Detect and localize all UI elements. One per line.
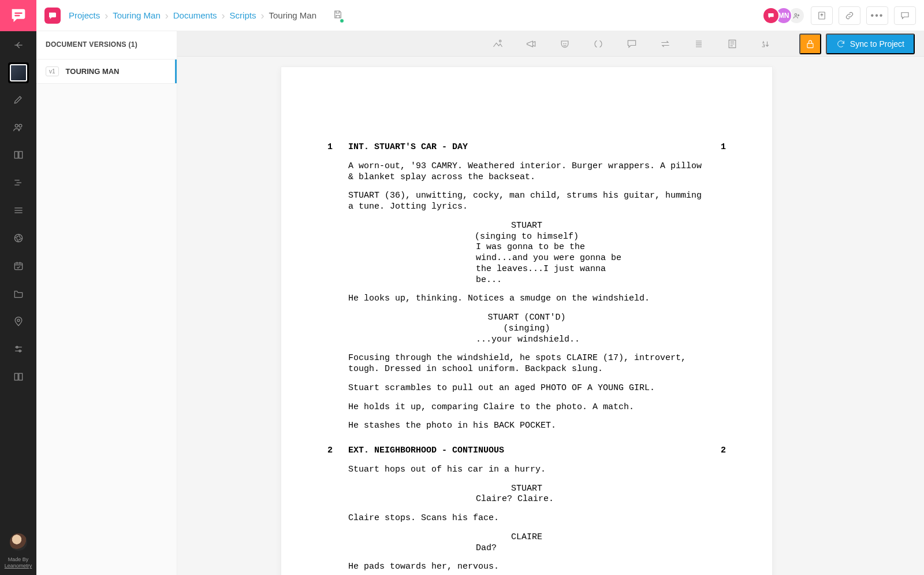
- dialogue-block[interactable]: Claire? Claire.: [423, 494, 631, 505]
- dialogue-block[interactable]: ...your windshield..: [423, 335, 631, 346]
- speech-icon[interactable]: [626, 38, 638, 50]
- svg-point-4: [14, 234, 22, 242]
- user-avatar[interactable]: [10, 533, 27, 551]
- app-logo[interactable]: [0, 0, 36, 31]
- crumb-documents[interactable]: Documents: [173, 10, 217, 20]
- scene-heading[interactable]: EXT. NEIGHBORHOOD - CONTINUOUS: [348, 446, 705, 457]
- character-cue[interactable]: STUART (CONT'D)(singing): [327, 313, 726, 335]
- crumb-project[interactable]: Touring Man: [113, 10, 161, 20]
- scene-heading[interactable]: INT. STUART'S CAR - DAY: [348, 142, 705, 153]
- saved-indicator-dot: [340, 18, 344, 23]
- action-block[interactable]: Stuart hops out of his car in a hurry.: [348, 465, 706, 476]
- svg-rect-12: [807, 43, 813, 48]
- svg-rect-3: [18, 151, 22, 158]
- scene-number-left: 1: [327, 142, 348, 153]
- dialogue-block[interactable]: I was gonna to be the wind...and you wer…: [423, 242, 631, 285]
- folder-icon[interactable]: [0, 280, 36, 307]
- version-pill: v1: [46, 66, 59, 76]
- dialogue-block[interactable]: Dad?: [423, 543, 631, 554]
- list-icon[interactable]: [0, 196, 36, 224]
- svg-point-11: [499, 40, 501, 42]
- megaphone-icon[interactable]: [526, 38, 537, 50]
- location-icon[interactable]: [0, 307, 36, 335]
- version-item[interactable]: v1 TOURING MAN: [36, 60, 177, 84]
- align-icon[interactable]: [693, 38, 705, 50]
- more-button[interactable]: •••: [866, 6, 888, 25]
- crumb-current: Touring Man: [269, 10, 316, 20]
- versions-header: DOCUMENT VERSIONS (1): [36, 31, 177, 60]
- svg-point-9: [795, 13, 797, 16]
- crumb-scripts[interactable]: Scripts: [230, 10, 256, 20]
- left-rail: Made By Leanometry: [0, 0, 36, 575]
- character-cue[interactable]: STUART(singing to himself): [327, 221, 726, 243]
- svg-rect-2: [14, 151, 18, 158]
- project-badge[interactable]: [44, 8, 61, 24]
- save-status-icon[interactable]: [333, 9, 343, 22]
- editor-toolbar: Sync to Project: [177, 31, 924, 57]
- people-icon[interactable]: [0, 113, 36, 141]
- script-page[interactable]: 1INT. STUART'S CAR - DAY1A worn-out, '93…: [281, 67, 772, 575]
- action-block[interactable]: Stuart scrambles to pull out an aged PHO…: [348, 383, 706, 394]
- note-icon[interactable]: [726, 38, 738, 50]
- flow-icon[interactable]: [0, 169, 36, 196]
- mask-icon[interactable]: [559, 38, 571, 50]
- action-block[interactable]: Claire stops. Scans his face.: [348, 513, 706, 524]
- aperture-icon[interactable]: [0, 224, 36, 252]
- presence-avatars[interactable]: MN: [767, 7, 805, 24]
- scene[interactable]: 2EXT. NEIGHBORHOOD - CONTINUOUS2Stuart h…: [327, 446, 726, 575]
- svg-rect-5: [14, 263, 22, 270]
- back-icon[interactable]: [0, 31, 36, 59]
- scene-number-right: 1: [705, 142, 726, 153]
- renumber-icon[interactable]: [760, 38, 772, 50]
- action-block[interactable]: He looks up, thinking. Notices a smudge …: [348, 294, 706, 305]
- made-by-label: Made By Leanometry: [5, 557, 32, 569]
- svg-point-1: [18, 124, 21, 127]
- version-title: TOURING MAN: [66, 67, 120, 76]
- sliders-icon[interactable]: [0, 335, 36, 363]
- action-block[interactable]: He pads towards her, nervous.: [348, 562, 706, 573]
- action-block[interactable]: A worn-out, '93 CAMRY. Weathered interio…: [348, 161, 706, 183]
- parens-icon[interactable]: [593, 38, 604, 50]
- crumb-projects[interactable]: Projects: [69, 10, 100, 20]
- editor: Sync to Project 1INT. STUART'S CAR - DAY…: [177, 31, 924, 575]
- image-icon[interactable]: [492, 38, 504, 50]
- versions-panel: DOCUMENT VERSIONS (1) v1 TOURING MAN: [36, 31, 177, 575]
- presence-user-1[interactable]: [762, 7, 780, 24]
- project-thumbnail[interactable]: [8, 62, 29, 83]
- book-icon[interactable]: [0, 363, 36, 391]
- action-block[interactable]: He stashes the photo in his BACK POCKET.: [348, 421, 706, 432]
- comments-button[interactable]: [894, 6, 916, 25]
- lock-button[interactable]: [799, 34, 821, 54]
- board-icon[interactable]: [0, 141, 36, 169]
- character-cue[interactable]: CLAIRE: [327, 532, 726, 543]
- action-block[interactable]: He holds it up, comparing Claire to the …: [348, 402, 706, 413]
- sync-button-label: Sync to Project: [850, 39, 904, 49]
- action-block[interactable]: STUART (36), unwitting, cocky, man child…: [348, 191, 706, 213]
- breadcrumb: Projects› Touring Man› Documents› Script…: [69, 10, 316, 21]
- top-bar: Projects› Touring Man› Documents› Script…: [36, 0, 924, 31]
- svg-point-6: [17, 319, 19, 321]
- link-button[interactable]: [839, 6, 860, 25]
- character-cue[interactable]: STUART: [327, 484, 726, 495]
- sync-button[interactable]: Sync to Project: [826, 34, 915, 54]
- action-block[interactable]: Focusing through the windshield, he spot…: [348, 353, 706, 375]
- scene-number-right: 2: [705, 446, 726, 457]
- transition-icon[interactable]: [660, 38, 671, 50]
- export-button[interactable]: [811, 6, 833, 25]
- scene-number-left: 2: [327, 446, 348, 457]
- svg-point-0: [15, 124, 18, 127]
- calendar-icon[interactable]: [0, 252, 36, 280]
- paper-scroll[interactable]: 1INT. STUART'S CAR - DAY1A worn-out, '93…: [177, 57, 924, 575]
- main-area: Projects› Touring Man› Documents› Script…: [36, 0, 924, 575]
- scene[interactable]: 1INT. STUART'S CAR - DAY1A worn-out, '93…: [327, 142, 726, 432]
- edit-icon[interactable]: [0, 86, 36, 113]
